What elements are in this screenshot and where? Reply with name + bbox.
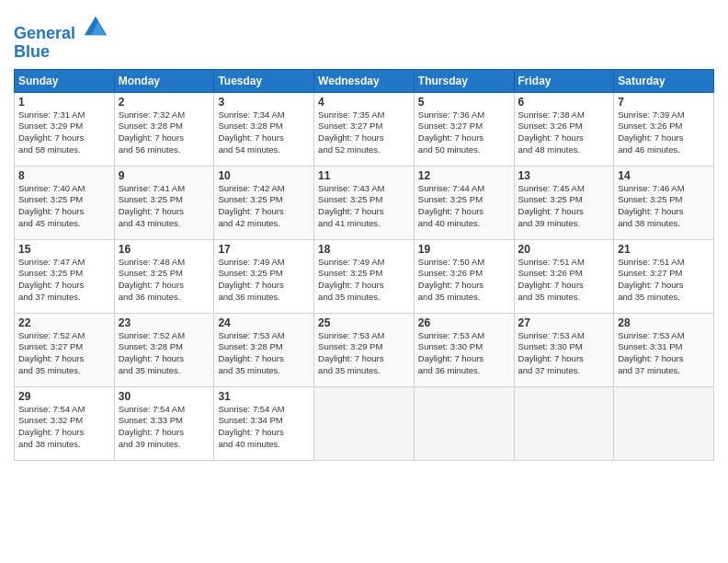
day-number: 21 (618, 243, 710, 256)
day-number: 4 (318, 96, 410, 109)
calendar-cell: 17Sunrise: 7:49 AM Sunset: 3:25 PM Dayli… (214, 239, 314, 313)
day-info: Sunrise: 7:53 AM Sunset: 3:28 PM Dayligh… (218, 330, 310, 377)
calendar-cell: 29Sunrise: 7:54 AM Sunset: 3:32 PM Dayli… (15, 386, 115, 460)
page-header: General Blue (14, 9, 714, 62)
day-info: Sunrise: 7:54 AM Sunset: 3:32 PM Dayligh… (18, 404, 110, 451)
day-number: 26 (418, 316, 510, 329)
day-number: 3 (218, 96, 310, 109)
day-info: Sunrise: 7:53 AM Sunset: 3:29 PM Dayligh… (318, 330, 410, 377)
day-info: Sunrise: 7:44 AM Sunset: 3:25 PM Dayligh… (418, 183, 510, 230)
day-number: 6 (518, 96, 610, 109)
calendar-cell: 31Sunrise: 7:54 AM Sunset: 3:34 PM Dayli… (214, 386, 314, 460)
day-number: 27 (518, 316, 610, 329)
day-number: 13 (518, 169, 610, 182)
week-row-4: 22Sunrise: 7:52 AM Sunset: 3:27 PM Dayli… (15, 313, 714, 386)
day-number: 19 (418, 243, 510, 256)
day-info: Sunrise: 7:47 AM Sunset: 3:25 PM Dayligh… (18, 257, 110, 304)
day-info: Sunrise: 7:49 AM Sunset: 3:25 PM Dayligh… (318, 257, 410, 304)
calendar-cell: 9Sunrise: 7:41 AM Sunset: 3:25 PM Daylig… (114, 166, 214, 239)
calendar-cell: 3Sunrise: 7:34 AM Sunset: 3:28 PM Daylig… (214, 92, 314, 166)
day-info: Sunrise: 7:38 AM Sunset: 3:26 PM Dayligh… (518, 109, 610, 156)
day-number: 18 (318, 243, 410, 256)
day-number: 1 (18, 96, 110, 109)
calendar-cell: 30Sunrise: 7:54 AM Sunset: 3:33 PM Dayli… (114, 386, 214, 460)
day-info: Sunrise: 7:36 AM Sunset: 3:27 PM Dayligh… (418, 109, 510, 156)
day-info: Sunrise: 7:52 AM Sunset: 3:27 PM Dayligh… (18, 330, 110, 377)
calendar-cell: 1Sunrise: 7:31 AM Sunset: 3:29 PM Daylig… (15, 92, 115, 166)
calendar-cell: 8Sunrise: 7:40 AM Sunset: 3:25 PM Daylig… (15, 166, 115, 239)
day-header-saturday: Saturday (614, 69, 714, 92)
week-row-1: 1Sunrise: 7:31 AM Sunset: 3:29 PM Daylig… (15, 92, 714, 166)
calendar-cell (614, 386, 714, 460)
day-number: 12 (418, 169, 510, 182)
calendar-cell: 21Sunrise: 7:51 AM Sunset: 3:27 PM Dayli… (614, 239, 714, 313)
day-header-friday: Friday (514, 69, 614, 92)
day-number: 15 (18, 243, 110, 256)
calendar-cell: 19Sunrise: 7:50 AM Sunset: 3:26 PM Dayli… (414, 239, 514, 313)
day-number: 25 (318, 316, 410, 329)
week-row-3: 15Sunrise: 7:47 AM Sunset: 3:25 PM Dayli… (15, 239, 714, 313)
day-info: Sunrise: 7:54 AM Sunset: 3:33 PM Dayligh… (119, 404, 210, 451)
page-container: General Blue SundayMondayTuesdayWednesda… (0, 0, 728, 470)
calendar-cell: 6Sunrise: 7:38 AM Sunset: 3:26 PM Daylig… (514, 92, 614, 166)
calendar-cell: 4Sunrise: 7:35 AM Sunset: 3:27 PM Daylig… (314, 92, 415, 166)
day-info: Sunrise: 7:53 AM Sunset: 3:30 PM Dayligh… (518, 330, 610, 377)
day-number: 30 (119, 390, 210, 403)
calendar-cell: 22Sunrise: 7:52 AM Sunset: 3:27 PM Dayli… (15, 313, 115, 386)
day-info: Sunrise: 7:54 AM Sunset: 3:34 PM Dayligh… (218, 404, 310, 451)
logo-text: General (14, 13, 108, 43)
day-info: Sunrise: 7:35 AM Sunset: 3:27 PM Dayligh… (318, 109, 410, 156)
header-row: SundayMondayTuesdayWednesdayThursdayFrid… (15, 69, 714, 92)
day-info: Sunrise: 7:52 AM Sunset: 3:28 PM Dayligh… (119, 330, 210, 377)
day-number: 29 (18, 390, 110, 403)
day-info: Sunrise: 7:32 AM Sunset: 3:28 PM Dayligh… (119, 109, 210, 156)
day-info: Sunrise: 7:50 AM Sunset: 3:26 PM Dayligh… (418, 257, 510, 304)
day-info: Sunrise: 7:34 AM Sunset: 3:28 PM Dayligh… (218, 109, 310, 156)
calendar-cell: 5Sunrise: 7:36 AM Sunset: 3:27 PM Daylig… (414, 92, 514, 166)
day-number: 7 (618, 96, 710, 109)
day-number: 14 (618, 169, 710, 182)
calendar-cell (314, 386, 415, 460)
calendar-cell: 11Sunrise: 7:43 AM Sunset: 3:25 PM Dayli… (314, 166, 415, 239)
calendar-cell: 13Sunrise: 7:45 AM Sunset: 3:25 PM Dayli… (514, 166, 614, 239)
day-number: 11 (318, 169, 410, 182)
day-number: 2 (119, 96, 210, 109)
day-number: 10 (218, 169, 310, 182)
day-number: 9 (119, 169, 210, 182)
day-number: 16 (119, 243, 210, 256)
day-header-monday: Monday (114, 69, 214, 92)
day-info: Sunrise: 7:43 AM Sunset: 3:25 PM Dayligh… (318, 183, 410, 230)
day-info: Sunrise: 7:39 AM Sunset: 3:26 PM Dayligh… (618, 109, 710, 156)
day-info: Sunrise: 7:31 AM Sunset: 3:29 PM Dayligh… (18, 109, 110, 156)
calendar-cell: 15Sunrise: 7:47 AM Sunset: 3:25 PM Dayli… (15, 239, 115, 313)
calendar-cell: 20Sunrise: 7:51 AM Sunset: 3:26 PM Dayli… (514, 239, 614, 313)
day-info: Sunrise: 7:51 AM Sunset: 3:26 PM Dayligh… (518, 257, 610, 304)
day-info: Sunrise: 7:46 AM Sunset: 3:25 PM Dayligh… (618, 183, 710, 230)
day-number: 28 (618, 316, 710, 329)
day-header-wednesday: Wednesday (314, 69, 415, 92)
calendar-cell: 2Sunrise: 7:32 AM Sunset: 3:28 PM Daylig… (114, 92, 214, 166)
day-info: Sunrise: 7:41 AM Sunset: 3:25 PM Dayligh… (119, 183, 210, 230)
day-info: Sunrise: 7:51 AM Sunset: 3:27 PM Dayligh… (618, 257, 710, 304)
logo-text-blue: Blue (14, 43, 108, 62)
day-info: Sunrise: 7:49 AM Sunset: 3:25 PM Dayligh… (218, 257, 310, 304)
day-header-tuesday: Tuesday (214, 69, 314, 92)
day-number: 23 (119, 316, 210, 329)
calendar-cell: 18Sunrise: 7:49 AM Sunset: 3:25 PM Dayli… (314, 239, 415, 313)
calendar-table: SundayMondayTuesdayWednesdayThursdayFrid… (14, 69, 714, 461)
day-info: Sunrise: 7:40 AM Sunset: 3:25 PM Dayligh… (18, 183, 110, 230)
day-info: Sunrise: 7:53 AM Sunset: 3:31 PM Dayligh… (618, 330, 710, 377)
day-number: 17 (218, 243, 310, 256)
day-header-sunday: Sunday (15, 69, 115, 92)
day-info: Sunrise: 7:42 AM Sunset: 3:25 PM Dayligh… (218, 183, 310, 230)
calendar-cell: 25Sunrise: 7:53 AM Sunset: 3:29 PM Dayli… (314, 313, 415, 386)
day-info: Sunrise: 7:48 AM Sunset: 3:25 PM Dayligh… (119, 257, 210, 304)
calendar-cell (414, 386, 514, 460)
day-number: 20 (518, 243, 610, 256)
calendar-cell: 27Sunrise: 7:53 AM Sunset: 3:30 PM Dayli… (514, 313, 614, 386)
day-header-thursday: Thursday (414, 69, 514, 92)
day-info: Sunrise: 7:53 AM Sunset: 3:30 PM Dayligh… (418, 330, 510, 377)
day-number: 5 (418, 96, 510, 109)
day-number: 22 (18, 316, 110, 329)
day-number: 31 (218, 390, 310, 403)
